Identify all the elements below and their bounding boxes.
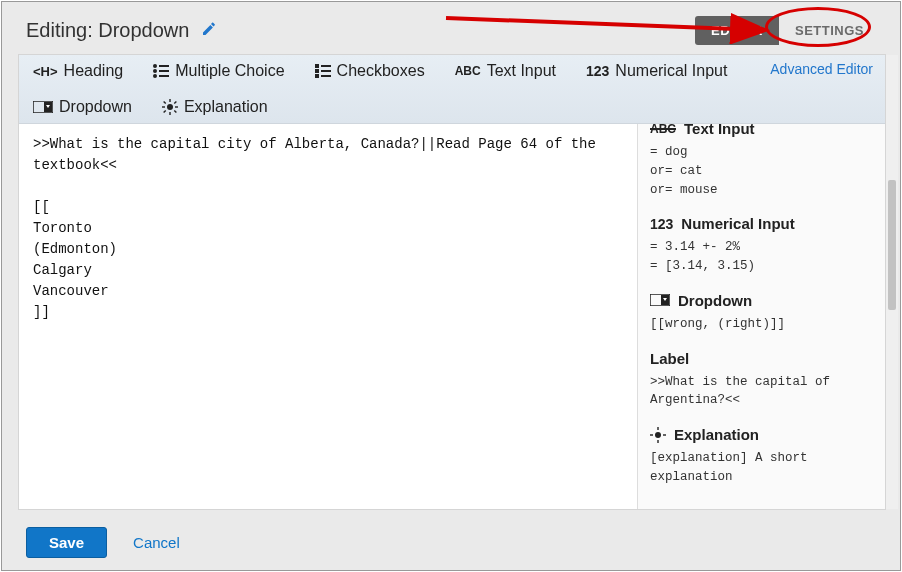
toolbar-ni-label: Numerical Input [615,62,727,80]
svg-rect-8 [321,65,331,67]
dropdown-icon [650,294,670,306]
svg-rect-7 [315,64,319,68]
svg-rect-29 [650,434,653,435]
lightbulb-icon [162,99,178,115]
toolbar-dd-label: Dropdown [59,98,132,116]
svg-rect-2 [159,65,169,67]
svg-rect-9 [315,69,319,73]
tab-settings-label: SETTINGS [795,23,864,38]
toolbar-text-input[interactable]: ABC Text Input [453,59,558,83]
toolbar-multiple-choice[interactable]: Multiple Choice [151,59,286,83]
num-icon: 123 [586,63,609,79]
svg-rect-6 [159,75,169,77]
toolbar-cb-label: Checkboxes [337,62,425,80]
svg-rect-21 [174,110,177,113]
help-dropdown-title: Dropdown [650,292,873,309]
svg-point-3 [153,69,157,73]
header-bar: Editing: Dropdown EDITOR SETTINGS [2,2,900,55]
help-label-title: Label [650,350,873,367]
editor-body: >>What is the capital city of Alberta, C… [19,124,885,509]
svg-rect-18 [162,106,165,107]
checkboxes-icon [315,64,331,78]
component-toolbar: <H> Heading Multiple Choice Checkboxes A… [19,55,885,124]
heading-icon: <H> [33,64,58,79]
svg-rect-23 [174,101,177,104]
help-text-input-title: ABC Text Input [650,124,873,137]
toolbar-ti-label: Text Input [487,62,556,80]
toolbar-dropdown[interactable]: Dropdown [31,95,134,119]
tab-editor[interactable]: EDITOR [695,16,779,45]
toolbar-explanation[interactable]: Explanation [160,95,270,119]
svg-rect-16 [169,99,170,102]
help-dropdown-code: [[wrong, (right)]] [650,315,873,334]
abc-icon: ABC [455,64,481,78]
footer-bar: Save Cancel [26,527,186,558]
list-icon [153,64,169,78]
svg-point-15 [167,104,173,110]
svg-rect-27 [657,427,658,430]
svg-rect-28 [657,440,658,443]
svg-rect-30 [663,434,666,435]
dropdown-icon [33,101,53,113]
save-button[interactable]: Save [26,527,107,558]
svg-point-26 [655,432,661,438]
help-explanation-code: [explanation] A short explanation [650,449,873,487]
lightbulb-icon [650,427,666,443]
advanced-editor-link[interactable]: Advanced Editor [770,61,873,77]
toolbar-numerical-input[interactable]: 123 Numerical Input [584,59,729,83]
svg-rect-19 [175,106,178,107]
svg-rect-17 [169,112,170,115]
tab-settings[interactable]: SETTINGS [779,16,880,45]
svg-rect-10 [321,70,331,72]
svg-rect-4 [159,70,169,72]
toolbar-exp-label: Explanation [184,98,268,116]
help-explanation-title: Explanation [650,426,873,443]
help-text-input-code: = dog or= cat or= mouse [650,143,873,199]
outer-scrollbar[interactable] [886,55,898,509]
svg-point-5 [153,74,157,78]
num-icon: 123 [650,216,673,232]
edit-title-icon[interactable] [201,21,217,41]
toolbar-mc-label: Multiple Choice [175,62,284,80]
toolbar-checkboxes[interactable]: Checkboxes [313,59,427,83]
help-sidebar[interactable]: ABC Text Input = dog or= cat or= mouse 1… [637,124,885,509]
svg-rect-20 [163,101,166,104]
help-label-code: >>What is the capital of Argentina?<< [650,373,873,411]
help-numerical-code: = 3.14 +- 2% = [3.14, 3.15) [650,238,873,276]
abc-icon: ABC [650,124,676,136]
editor-panel: <H> Heading Multiple Choice Checkboxes A… [18,54,886,510]
svg-point-1 [153,64,157,68]
svg-rect-12 [321,75,331,77]
svg-rect-22 [163,110,166,113]
toolbar-heading[interactable]: <H> Heading [31,59,125,83]
help-numerical-title: 123 Numerical Input [650,215,873,232]
code-editor[interactable]: >>What is the capital city of Alberta, C… [19,124,637,509]
cancel-button[interactable]: Cancel [127,533,186,552]
svg-rect-11 [315,74,319,78]
page-title: Editing: Dropdown [26,19,189,42]
toolbar-heading-label: Heading [64,62,124,80]
scrollbar-thumb[interactable] [888,180,896,310]
